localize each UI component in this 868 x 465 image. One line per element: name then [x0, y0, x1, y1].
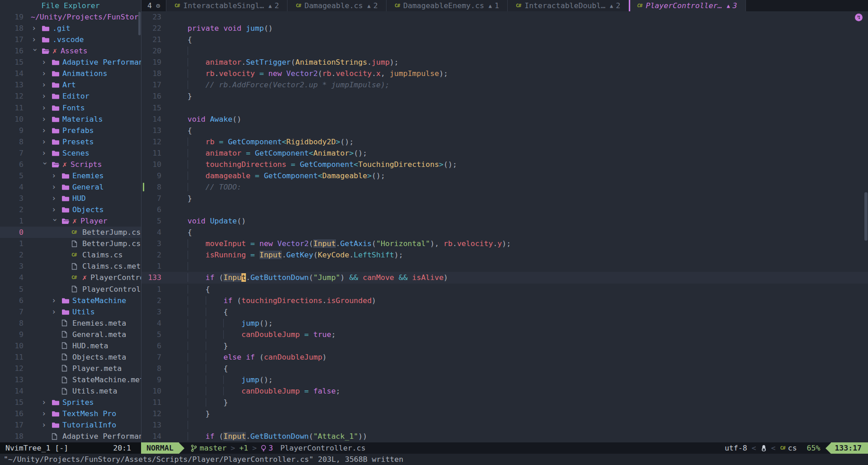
tree-item-PlayerControll[interactable]: 5PlayerControll — [0, 284, 141, 295]
tab-PlayerController…[interactable]: C#PlayerController…▲3 — [629, 0, 745, 11]
tree-item-Editor[interactable]: 12›Editor — [0, 90, 141, 102]
code-line[interactable]: 15 — [142, 102, 868, 114]
tree-item-Claims.cs[interactable]: 2C#Claims.cs — [0, 249, 141, 261]
csharp-icon: C# — [780, 445, 785, 451]
code-line[interactable]: 8 // TODO: — [142, 181, 868, 193]
code-line[interactable]: 5 canDoubleJump = true; — [142, 329, 868, 340]
tab-Damageable.cs[interactable]: C#Damageable.cs▲2 — [288, 0, 387, 11]
sidebar-scrollbar[interactable] — [138, 12, 141, 35]
code-line[interactable]: 3 { — [142, 306, 868, 318]
tab-DamageableEnemy.cs[interactable]: C#DamageableEnemy.cs▲1 — [387, 0, 508, 11]
code-line[interactable]: 4 { — [142, 227, 868, 238]
indent — [170, 171, 188, 180]
tree-item-General[interactable]: 4›General — [0, 181, 141, 193]
token: { — [188, 228, 192, 237]
code-line[interactable]: 133 if (Input.GetButtonDown("Jump") && c… — [142, 272, 868, 283]
editor-scrollbar[interactable] — [864, 192, 868, 241]
code-line[interactable]: 8 { — [142, 363, 868, 374]
tree-item-StateMachine.met[interactable]: 13StateMachine.met — [0, 374, 141, 385]
tree-item-BetterJump.cs[interactable]: 0C#BetterJump.cs — [0, 227, 141, 238]
code-line[interactable]: 11 } — [142, 397, 868, 408]
code-line[interactable]: 23 — [142, 11, 868, 23]
code-line[interactable]: 6 — [142, 204, 868, 215]
tree-item-Fonts[interactable]: 11›Fonts — [0, 102, 141, 114]
code-line[interactable]: 18 rb.velocity = new Vector2(rb.velocity… — [142, 68, 868, 79]
tree-item-HUD.meta[interactable]: 10HUD.meta — [0, 340, 141, 351]
code-line[interactable]: 12 rb = GetComponent<Rigidbody2D>(); — [142, 136, 868, 147]
code-text: } — [170, 193, 192, 204]
tree-item-Presets[interactable]: 8›Presets — [0, 136, 141, 147]
tree-item-Sprites[interactable]: 15›Sprites — [0, 397, 141, 408]
code-line[interactable]: 21 { — [142, 34, 868, 45]
tree-item-Player[interactable]: 1›✗Player — [0, 215, 141, 227]
tree-item-HUD[interactable]: 3›HUD — [0, 193, 141, 204]
code-line[interactable]: 9 jump(); — [142, 374, 868, 385]
indent-guide — [206, 296, 224, 305]
code-line[interactable]: 14 void Awake() — [142, 114, 868, 125]
tree-item-Player.meta[interactable]: 12Player.meta — [0, 363, 141, 374]
tree-item-Assets[interactable]: 16›✗Assets — [0, 45, 141, 57]
code-line[interactable]: 11 animator = GetComponent<Animator>(); — [142, 147, 868, 159]
tree-item-label: Enemies.meta — [72, 318, 126, 329]
chevron-right-icon: › — [41, 68, 52, 79]
line-number: 2 — [142, 295, 161, 306]
code-line[interactable]: 13 — [142, 419, 868, 431]
code-line[interactable]: 4 jump(); — [142, 318, 868, 329]
code-line[interactable]: 14 if (Input.GetButtonDown("Attack_1")) — [142, 431, 868, 442]
indent — [170, 364, 188, 373]
code-line[interactable]: 10 canDoubleJump = false; — [142, 385, 868, 397]
tree-item-Adaptive Performan[interactable]: 15›Adaptive Performan — [0, 57, 141, 68]
tree-item-Materials[interactable]: 10›Materials — [0, 114, 141, 125]
code-line[interactable]: 2 if (touchingDirections.isGrounded) — [142, 295, 868, 306]
tree-item-Adaptive Performan[interactable]: 18Adaptive Performan — [0, 431, 141, 442]
modified-icon: ✗ — [52, 45, 57, 57]
tab-InteractableSingl…[interactable]: C#InteractableSingl…▲2 — [166, 0, 288, 11]
code-line[interactable]: 17 // rb.AddForce(Vector2.up * jumpImpul… — [142, 79, 868, 90]
code-line[interactable]: 1 — [142, 261, 868, 272]
code-line[interactable]: 19 animator.SetTrigger(AnimationStrings.… — [142, 57, 868, 68]
tree-item-BetterJump.cs.[interactable]: 1BetterJump.cs. — [0, 238, 141, 249]
code-line[interactable]: 6 } — [142, 340, 868, 351]
tree-item-Animations[interactable]: 14›Animations — [0, 68, 141, 79]
tree-item-.git[interactable]: 18›.git — [0, 23, 141, 34]
tree-item-Scenes[interactable]: 7›Scenes — [0, 147, 141, 159]
tree-item-Objects.meta[interactable]: 11Objects.meta — [0, 351, 141, 363]
token — [241, 24, 246, 33]
code-line[interactable]: 9 damageable = GetComponent<Damageable>(… — [142, 170, 868, 181]
code-line[interactable]: 20 — [142, 45, 868, 57]
tree-item-TextMesh Pro[interactable]: 16›TextMesh Pro — [0, 408, 141, 419]
tree-item-~/Unity/Projects/FunStor[interactable]: 19~/Unity/Projects/FunStor — [0, 11, 141, 23]
tree-item-Scripts[interactable]: 6›✗Scripts — [0, 159, 141, 170]
tree-item-PlayerContro[interactable]: 4C#✗PlayerContro — [0, 272, 141, 283]
code-line[interactable]: 12 } — [142, 408, 868, 419]
code-line[interactable]: 16 } — [142, 90, 868, 102]
tree-item-Utils[interactable]: 7›Utils — [0, 306, 141, 318]
tree-item-Utils.meta[interactable]: 14Utils.meta — [0, 385, 141, 397]
code-line[interactable]: 13 { — [142, 125, 868, 136]
tree-item-Art[interactable]: 13›Art — [0, 79, 141, 90]
code-editor[interactable]: 2322 private void jump()21 {20 19 animat… — [142, 11, 868, 442]
tree-item-Objects[interactable]: 2›Objects — [0, 204, 141, 215]
code-line[interactable]: 10 touchingDirections = GetComponent<Tou… — [142, 159, 868, 170]
code-line[interactable]: 3 moveInput = new Vector2(Input.GetAxis(… — [142, 238, 868, 249]
neovim-screen: 4 ⊙ C#InteractableSingl…▲2C#Damageable.c… — [0, 0, 868, 465]
tree-item-TutorialInfo[interactable]: 17›TutorialInfo — [0, 419, 141, 431]
code-line[interactable]: 2 isRunning = Input.GetKey(KeyCode.LeftS… — [142, 249, 868, 261]
tree-item-Claims.cs.meta[interactable]: 3Claims.cs.meta — [0, 261, 141, 272]
code-line[interactable]: 1 { — [142, 284, 868, 295]
tree-item-Enemies.meta[interactable]: 8Enemies.meta — [0, 318, 141, 329]
code-line[interactable]: 22 private void jump() — [142, 23, 868, 34]
token: ) — [322, 353, 327, 361]
tree-item-General.meta[interactable]: 9General.meta — [0, 329, 141, 340]
tree-item-.vscode[interactable]: 17›.vscode — [0, 34, 141, 45]
tree-item-Enemies[interactable]: 5›Enemies — [0, 170, 141, 181]
gear-icon[interactable]: ⊙ — [156, 2, 160, 10]
tab-InteractableDoubl…[interactable]: C#InteractableDoubl…▲2 — [508, 0, 629, 11]
tree-item-StateMachine[interactable]: 6›StateMachine — [0, 295, 141, 306]
code-line[interactable]: 7 } — [142, 193, 868, 204]
tree-item-content: ›Objects — [51, 204, 104, 215]
code-line[interactable]: 7 else if (canDoubleJump) — [142, 351, 868, 363]
code-line[interactable]: 5 void Update() — [142, 215, 868, 227]
tree-item-Prefabs[interactable]: 9›Prefabs — [0, 125, 141, 136]
plugin-update-icon[interactable]: ↯ — [855, 14, 863, 21]
